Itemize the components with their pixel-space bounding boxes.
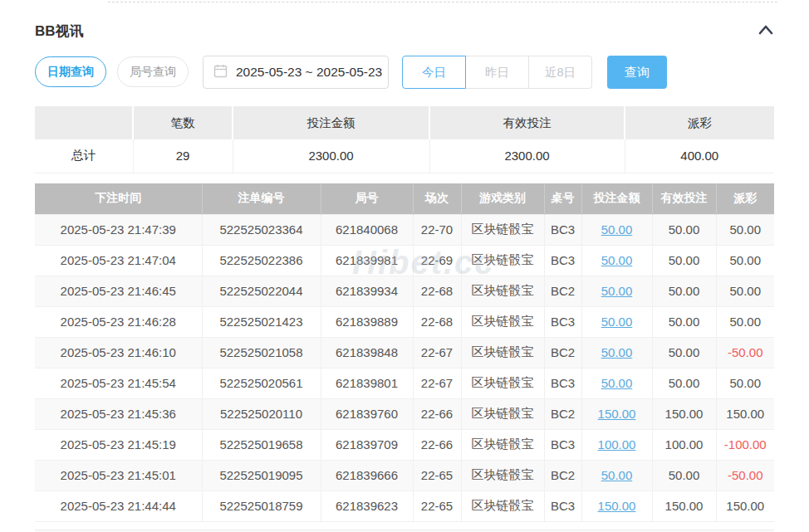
session-cell: 22-65: [413, 491, 461, 521]
bet-amount-link[interactable]: 50.00: [601, 284, 633, 298]
table-row: 2025-05-23 21:47:39522525023364621840068…: [35, 214, 774, 245]
bet-amount-cell: 50.00: [581, 214, 652, 245]
table-no-cell: BC3: [544, 368, 581, 398]
round-no-cell: 621839801: [321, 368, 413, 398]
table-no-cell: BC2: [544, 276, 581, 306]
quick-range-group: 今日 昨日 近8日: [402, 56, 592, 89]
bet-table-header-row: 下注时间 注单编号 局号 场次 游戏类别 桌号 投注金额 有效投注 派彩: [35, 183, 774, 214]
today-button[interactable]: 今日: [402, 56, 466, 89]
round-no-cell: 621839981: [321, 245, 413, 276]
table-no-cell: BC3: [544, 245, 581, 276]
bet-amount-cell: 150.00: [581, 398, 652, 429]
valid-bet-cell: 50.00: [652, 368, 716, 398]
table-row: 2025-05-23 21:45:54522525020561621839801…: [35, 368, 774, 398]
game-type-cell: 区块链骰宝: [461, 245, 544, 276]
bet-amount-cell: 50.00: [581, 306, 652, 337]
round-query-tab[interactable]: 局号查询: [117, 56, 189, 87]
header-session: 场次: [413, 183, 461, 214]
game-type-cell: 区块链骰宝: [461, 337, 544, 368]
bet-table-body: 2025-05-23 21:47:39522525023364621840068…: [35, 214, 774, 521]
table-row: 2025-05-23 21:45:01522525019095621839666…: [35, 460, 774, 491]
bet-amount-link[interactable]: 50.00: [601, 253, 633, 267]
bet-time-cell: 2025-05-23 21:45:01: [35, 460, 202, 491]
table-row: 2025-05-23 21:46:10522525021058621839848…: [35, 337, 774, 368]
bet-amount-cell: 50.00: [581, 245, 652, 276]
bet-amount-link[interactable]: 150.00: [598, 499, 636, 513]
bet-amount-link[interactable]: 50.00: [601, 376, 633, 390]
round-no-cell: 621839848: [321, 337, 413, 368]
valid-bet-cell: 150.00: [652, 491, 716, 521]
bet-amount-link[interactable]: 150.00: [598, 407, 636, 421]
bet-amount-link[interactable]: 100.00: [598, 437, 636, 451]
header-table-no: 桌号: [544, 183, 581, 214]
summary-header-payout: 派彩: [625, 106, 774, 139]
order-no-cell: 522525022044: [202, 276, 321, 306]
order-no-cell: 522525021058: [202, 337, 321, 368]
table-row: 2025-05-23 21:45:36522525020110621839760…: [35, 398, 774, 429]
bet-amount-link[interactable]: 50.00: [601, 345, 633, 359]
yesterday-button[interactable]: 昨日: [465, 56, 529, 89]
bet-time-cell: 2025-05-23 21:46:45: [35, 276, 202, 306]
game-type-cell: 区块链骰宝: [461, 460, 544, 491]
bet-amount-cell: 50.00: [581, 368, 652, 398]
bet-time-cell: 2025-05-23 21:44:44: [35, 491, 202, 521]
valid-bet-cell: 50.00: [652, 460, 716, 491]
bet-amount-link[interactable]: 50.00: [601, 468, 633, 482]
payout-cell: -50.00: [716, 460, 774, 491]
order-no-cell: 522525020561: [202, 368, 321, 398]
bet-amount-cell: 150.00: [581, 491, 652, 521]
bet-time-cell: 2025-05-23 21:47:39: [35, 214, 202, 245]
bet-amount-link[interactable]: 50.00: [601, 222, 633, 237]
session-cell: 22-65: [413, 460, 461, 491]
payout-cell: 50.00: [716, 276, 774, 306]
round-no-cell: 621839934: [321, 276, 413, 306]
bet-time-cell: 2025-05-23 21:45:36: [35, 398, 202, 429]
bet-amount-cell: 50.00: [581, 276, 652, 306]
table-no-cell: BC2: [544, 398, 581, 429]
bet-amount-cell: 50.00: [581, 337, 652, 368]
header-payout: 派彩: [716, 183, 774, 214]
header-round-no: 局号: [321, 183, 413, 214]
order-no-cell: 522525021423: [202, 306, 321, 337]
game-type-cell: 区块链骰宝: [461, 398, 544, 429]
summary-header-blank: [35, 106, 133, 139]
summary-valid-bet-value: 2300.00: [429, 139, 625, 173]
game-type-cell: 区块链骰宝: [461, 368, 544, 398]
collapse-panel-button[interactable]: [754, 20, 777, 41]
session-cell: 22-68: [413, 276, 461, 306]
payout-cell: 50.00: [716, 245, 774, 276]
last8days-button[interactable]: 近8日: [528, 56, 592, 89]
game-type-cell: 区块链骰宝: [461, 306, 544, 337]
table-row: 2025-05-23 21:45:19522525019658621839709…: [35, 429, 774, 460]
round-no-cell: 621839709: [321, 429, 413, 460]
valid-bet-cell: 150.00: [652, 398, 716, 429]
session-cell: 22-67: [413, 368, 461, 398]
order-no-cell: 522525019658: [202, 429, 321, 460]
bet-amount-cell: 50.00: [581, 460, 652, 491]
summary-header-row: 笔数 投注金额 有效投注 派彩: [35, 106, 774, 139]
round-no-cell: 621840068: [321, 214, 413, 245]
valid-bet-cell: 50.00: [652, 245, 716, 276]
calendar-icon: [213, 64, 228, 81]
valid-bet-cell: 50.00: [652, 276, 716, 306]
summary-bet-amount-value: 2300.00: [233, 139, 429, 173]
search-button[interactable]: 查询: [607, 56, 667, 89]
order-no-cell: 522525018759: [202, 491, 321, 521]
session-cell: 22-69: [413, 245, 461, 276]
payout-cell: 150.00: [716, 491, 774, 521]
date-range-input[interactable]: 2025-05-23 ~ 2025-05-23: [203, 56, 389, 89]
page-title: BB视讯: [35, 22, 84, 41]
summary-table: 笔数 投注金额 有效投注 派彩 总计 29 2300.00 2300.00 40…: [35, 106, 774, 173]
bet-amount-link[interactable]: 50.00: [601, 315, 633, 329]
session-cell: 22-66: [413, 398, 461, 429]
order-no-cell: 522525022386: [202, 245, 321, 276]
bet-records-table: 下注时间 注单编号 局号 场次 游戏类别 桌号 投注金额 有效投注 派彩 202…: [35, 183, 774, 522]
session-cell: 22-68: [413, 306, 461, 337]
table-no-cell: BC3: [544, 429, 581, 460]
game-type-cell: 区块链骰宝: [461, 429, 544, 460]
order-no-cell: 522525020110: [202, 398, 321, 429]
date-query-tab[interactable]: 日期查询: [35, 56, 106, 87]
header-game-type: 游戏类别: [461, 183, 544, 214]
date-range-value: 2025-05-23 ~ 2025-05-23: [236, 65, 382, 80]
valid-bet-cell: 50.00: [652, 337, 716, 368]
